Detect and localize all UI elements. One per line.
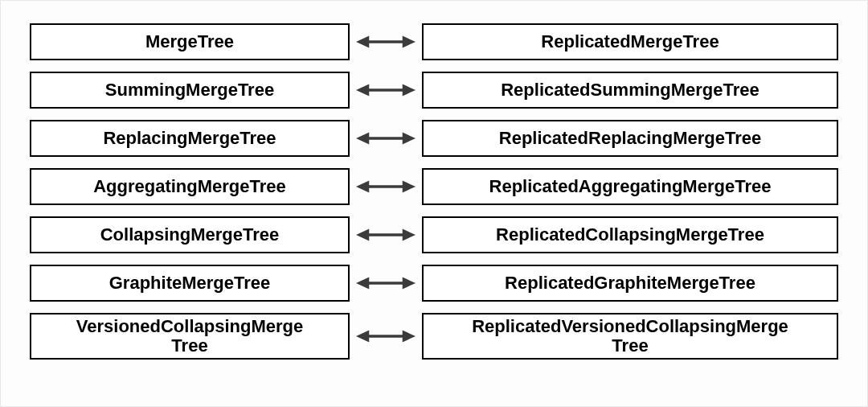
svg-marker-1 xyxy=(356,36,369,48)
engine-right: ReplicatedAggregatingMergeTree xyxy=(422,168,838,205)
arrow-connector xyxy=(354,31,418,52)
mapping-row: VersionedCollapsingMergeTreeReplicatedVe… xyxy=(30,313,838,360)
mapping-row: GraphiteMergeTreeReplicatedGraphiteMerge… xyxy=(30,265,838,302)
double-arrow-icon xyxy=(356,80,416,101)
svg-marker-10 xyxy=(356,181,369,193)
mapping-row: CollapsingMergeTreeReplicatedCollapsingM… xyxy=(30,216,838,253)
double-arrow-icon xyxy=(356,326,416,347)
engine-left: MergeTree xyxy=(30,23,350,60)
double-arrow-icon xyxy=(356,176,416,197)
engine-left: AggregatingMergeTree xyxy=(30,168,350,205)
svg-marker-4 xyxy=(356,84,369,97)
svg-marker-8 xyxy=(403,133,416,145)
arrow-connector xyxy=(354,176,418,197)
svg-marker-13 xyxy=(356,229,369,241)
engine-left: ReplacingMergeTree xyxy=(30,120,350,157)
engine-left: VersionedCollapsingMergeTree xyxy=(30,313,350,360)
svg-marker-16 xyxy=(356,278,369,290)
svg-marker-17 xyxy=(403,278,416,290)
engine-right: ReplicatedSummingMergeTree xyxy=(422,72,838,109)
svg-marker-19 xyxy=(356,331,369,343)
engine-right: ReplicatedCollapsingMergeTree xyxy=(422,216,838,253)
double-arrow-icon xyxy=(356,273,416,294)
svg-marker-11 xyxy=(403,181,416,193)
arrow-connector xyxy=(354,128,418,149)
arrow-connector xyxy=(354,224,418,245)
mapping-row: ReplacingMergeTreeReplicatedReplacingMer… xyxy=(30,120,838,157)
engine-left: GraphiteMergeTree xyxy=(30,265,350,302)
engine-mapping-diagram: MergeTreeReplicatedMergeTreeSummingMerge… xyxy=(30,23,838,360)
arrow-connector xyxy=(354,273,418,294)
mapping-row: SummingMergeTreeReplicatedSummingMergeTr… xyxy=(30,72,838,109)
svg-marker-2 xyxy=(403,36,416,48)
mapping-row: MergeTreeReplicatedMergeTree xyxy=(30,23,838,60)
double-arrow-icon xyxy=(356,128,416,149)
engine-right: ReplicatedGraphiteMergeTree xyxy=(422,265,838,302)
double-arrow-icon xyxy=(356,31,416,52)
svg-marker-5 xyxy=(403,84,416,97)
svg-marker-14 xyxy=(403,229,416,241)
double-arrow-icon xyxy=(356,224,416,245)
engine-left: SummingMergeTree xyxy=(30,72,350,109)
engine-right: ReplicatedVersionedCollapsingMergeTree xyxy=(422,313,838,360)
svg-marker-7 xyxy=(356,133,369,145)
svg-marker-20 xyxy=(403,331,416,343)
engine-right: ReplicatedReplacingMergeTree xyxy=(422,120,838,157)
engine-left: CollapsingMergeTree xyxy=(30,216,350,253)
mapping-row: AggregatingMergeTreeReplicatedAggregatin… xyxy=(30,168,838,205)
arrow-connector xyxy=(354,326,418,347)
engine-right: ReplicatedMergeTree xyxy=(422,23,838,60)
arrow-connector xyxy=(354,80,418,101)
